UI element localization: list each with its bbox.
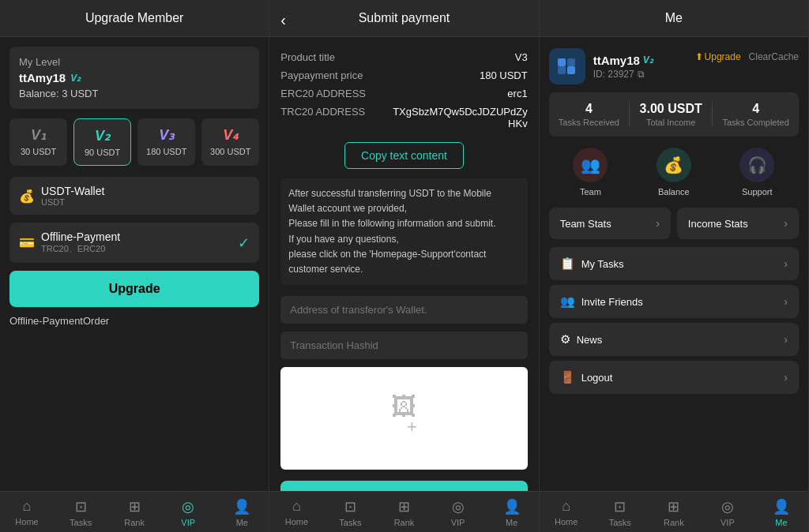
nav-home-label-p1: Home <box>15 517 38 526</box>
clear-cache-action[interactable]: ClearCache <box>749 51 799 62</box>
tier-v4[interactable]: V₄ 300 USDT <box>201 118 259 166</box>
profile-actions: ⬆ Upgrade ClearCache <box>695 48 799 62</box>
svg-rect-1 <box>567 66 575 74</box>
tasks-icon-p3: ⊡ <box>614 498 626 515</box>
nav-tasks-p1[interactable]: ⊡ Tasks <box>54 498 107 527</box>
nav-home-p3[interactable]: ⌂ Home <box>540 498 593 527</box>
nav-tasks-p3[interactable]: ⊡ Tasks <box>593 498 647 527</box>
nav-rank-p1[interactable]: ⊞ Rank <box>107 498 161 527</box>
wallet-address-input[interactable] <box>280 296 527 324</box>
stats-row: 4 Tasks Received 3.00 USDT Total Income … <box>549 92 799 137</box>
tier-v1[interactable]: V₁ 30 USDT <box>9 118 67 166</box>
invite-friends-item[interactable]: 👥 Invite Friends › <box>549 285 799 318</box>
trc20-row: TRC20 ADDRESS TXgSbzM7Qw5DcJDZUPdZyHKv <box>280 103 527 133</box>
nav-vip-p2[interactable]: ◎ VIP <box>431 498 485 527</box>
panel1-header: Upgrade Member <box>0 0 269 37</box>
usdt-icon: 💰 <box>19 189 35 204</box>
nav-vip-label-p3: VIP <box>721 518 735 527</box>
home-icon-p1: ⌂ <box>23 498 32 515</box>
rank-icon-p3: ⊞ <box>668 498 679 515</box>
invite-friends-arrow: › <box>784 295 788 308</box>
usdt-wallet-name: USDT-Wallet <box>41 185 104 197</box>
income-stats-card[interactable]: Income Stats › <box>677 208 799 239</box>
panel2-header-wrap: ‹ Submit payment <box>269 0 538 37</box>
transaction-hash-input[interactable] <box>280 332 527 359</box>
upgrade-member-panel: Upgrade Member My Level ttAmy18 V₂ Balan… <box>0 0 269 532</box>
nav-me-label-p1: Me <box>236 518 248 527</box>
nav-rank-p3[interactable]: ⊞ Rank <box>647 498 701 527</box>
nav-vip-p3[interactable]: ◎ VIP <box>701 498 754 527</box>
team-label: Team <box>580 187 601 197</box>
upgrade-button[interactable]: Upgrade <box>9 271 259 307</box>
tier-v1-label: V₁ <box>14 126 62 144</box>
upgrade-action[interactable]: ⬆ Upgrade <box>695 51 741 62</box>
vip-icon-p2: ◎ <box>452 498 465 515</box>
panel2-header: Submit payment <box>359 11 450 24</box>
upload-area[interactable]: 🖼 + <box>280 367 527 470</box>
my-tasks-label: My Tasks <box>581 258 624 270</box>
income-stats-arrow: › <box>784 217 788 230</box>
submit-button[interactable]: Submit <box>280 481 527 491</box>
stats-cards: Team Stats › Income Stats › <box>549 208 799 239</box>
profile-vlevel: V₂ <box>643 54 653 66</box>
tier-grid: V₁ 30 USDT V₂ 90 USDT V₃ 180 USDT V₄ 300… <box>9 118 259 166</box>
copy-button[interactable]: Copy text content <box>344 142 464 169</box>
team-stats-label: Team Stats <box>560 218 611 230</box>
team-stats-card[interactable]: Team Stats › <box>549 208 671 239</box>
stat-tasks-completed-label: Tasks Completed <box>722 118 788 127</box>
stat-tasks-completed-val: 4 <box>722 102 788 116</box>
tier-v4-label: V₄ <box>206 126 254 144</box>
offline-payment-method[interactable]: 💳 Offline-Payment TRC20、ERC20 ✓ <box>9 223 259 263</box>
nav-me-p2[interactable]: 👤 Me <box>485 498 539 527</box>
nav-home-p1[interactable]: ⌂ Home <box>0 498 54 527</box>
nav-rank-label-p2: Rank <box>394 518 415 527</box>
news-icon: ⚙ <box>560 332 570 347</box>
panel2-bottom-nav: ⌂ Home ⊡ Tasks ⊞ Rank ◎ VIP 👤 Me <box>269 491 538 532</box>
news-item[interactable]: ⚙ News › <box>549 323 799 356</box>
stat-tasks-received-val: 4 <box>559 102 619 116</box>
nav-rank-label-p1: Rank <box>124 518 145 527</box>
support-circle-icon: 🎧 <box>739 148 774 182</box>
tier-v3[interactable]: V₃ 180 USDT <box>137 118 195 166</box>
tier-v3-label: V₃ <box>142 126 190 144</box>
erc20-key: ERC20 ADDRESS <box>280 88 366 99</box>
menu-icons: 👥 Team 💰 Balance 🎧 Support <box>549 148 799 197</box>
nav-home-p2[interactable]: ⌂ Home <box>269 498 323 527</box>
my-level-label: My Level <box>19 56 250 68</box>
menu-list: 📋 My Tasks › 👥 Invite Friends › ⚙ News › <box>549 247 799 397</box>
invite-friends-label: Invite Friends <box>581 296 643 308</box>
nav-me-p3[interactable]: 👤 Me <box>754 498 808 527</box>
trc20-val: TXgSbzM7Qw5DcJDZUPdZyHKv <box>392 106 528 129</box>
tier-v3-price: 180 USDT <box>142 147 190 156</box>
news-arrow: › <box>784 333 788 346</box>
nav-vip-label-p1: VIP <box>181 518 195 527</box>
income-stats-label: Income Stats <box>688 218 748 230</box>
my-tasks-item[interactable]: 📋 My Tasks › <box>549 247 799 280</box>
upgrade-label: Upgrade <box>705 51 741 62</box>
balance-menu-icon[interactable]: 💰 Balance <box>657 148 691 197</box>
nav-vip-p1[interactable]: ◎ VIP <box>161 498 215 527</box>
me-icon-p3: 👤 <box>773 498 790 515</box>
copy-id-icon[interactable]: ⧉ <box>638 69 645 80</box>
nav-tasks-p2[interactable]: ⊡ Tasks <box>323 498 377 527</box>
avatar <box>549 48 585 84</box>
back-button[interactable]: ‹ <box>280 11 286 29</box>
stat-tasks-completed: 4 Tasks Completed <box>722 102 788 127</box>
usdt-wallet-method[interactable]: 💰 USDT-Wallet USDT <box>9 177 259 215</box>
nav-me-p1[interactable]: 👤 Me <box>215 498 269 527</box>
svg-rect-3 <box>558 66 566 74</box>
vlevel-badge: V₂ <box>70 73 81 84</box>
profile-name: ttAmy18 V₂ <box>593 54 653 67</box>
tier-v2[interactable]: V₂ 90 USDT <box>73 118 131 166</box>
nav-rank-p2[interactable]: ⊞ Rank <box>377 498 431 527</box>
my-tasks-icon: 📋 <box>560 257 575 271</box>
home-icon-p3: ⌂ <box>562 498 570 515</box>
nav-home-label-p3: Home <box>555 517 578 526</box>
level-user: ttAmy18 V₂ <box>19 71 250 84</box>
balance-circle-icon: 💰 <box>657 148 691 182</box>
support-menu-icon[interactable]: 🎧 Support <box>739 148 774 197</box>
panel3-bottom-nav: ⌂ Home ⊡ Tasks ⊞ Rank ◎ VIP 👤 Me <box>540 491 808 532</box>
logout-item[interactable]: 🚪 Logout › <box>549 361 799 394</box>
team-menu-icon[interactable]: 👥 Team <box>573 148 608 197</box>
stat-total-income: 3.00 USDT Total Income <box>640 102 702 127</box>
